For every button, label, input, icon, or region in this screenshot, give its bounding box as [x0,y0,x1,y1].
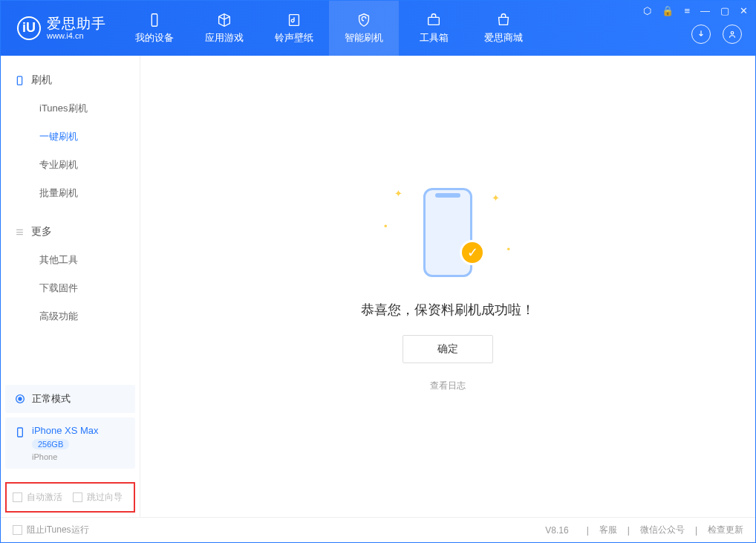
view-log-link[interactable]: 查看日志 [430,380,466,392]
user-button[interactable] [723,25,742,44]
phone-graphic [423,188,472,277]
tab-ringtones[interactable]: 铃声壁纸 [259,1,329,56]
sidebar-item-oneclick[interactable]: 一键刷机 [1,123,140,151]
download-icon [696,29,706,39]
refresh-shield-icon [354,12,374,28]
app-subtitle: www.i4.cn [47,31,106,40]
sidebar-section-flash: 刷机 iTunes刷机 一键刷机 专业刷机 批量刷机 [1,56,140,207]
store-icon [494,12,513,28]
menu-icon[interactable]: ≡ [684,5,690,16]
label-auto-activate: 自动激活 [27,491,62,504]
sidebar-item-pro[interactable]: 专业刷机 [1,151,140,179]
sparkle-icon: ✦ [492,192,500,204]
checkbox-auto-activate[interactable] [13,492,22,502]
shirt-icon[interactable]: ⬡ [643,5,651,16]
top-tabs: 我的设备 应用游戏 铃声壁纸 智能刷机 工具箱 爱思商城 [120,1,538,56]
sidebar-item-batch[interactable]: 批量刷机 [1,179,140,207]
label-skip-guide: 跳过向导 [87,491,123,504]
check-badge-icon: ✓ [460,240,485,265]
svg-rect-0 [151,14,157,27]
success-message: 恭喜您，保资料刷机成功啦！ [361,301,535,319]
sidebar-item-advanced[interactable]: 高级功能 [1,302,140,331]
svg-rect-2 [428,17,440,25]
device-type: iPhone [32,452,99,461]
options-highlight: 自动激活 跳过向导 [5,482,135,513]
app-title: 爱思助手 [47,16,106,32]
sidebar-item-firmware[interactable]: 下载固件 [1,274,140,302]
success-illustration: ✦ • ✦ • ✓ [381,181,515,284]
footer-link-wechat[interactable]: 微信公众号 [640,524,685,536]
sidebar-item-othertools[interactable]: 其他工具 [1,246,140,274]
checkbox-skip-guide[interactable] [73,492,82,502]
cube-icon [215,12,234,28]
device-box[interactable]: iPhone XS Max 256GB iPhone [5,417,135,469]
section-head-more: 更多 [1,221,140,246]
minimize-button[interactable]: — [700,5,710,16]
svg-point-6 [19,397,22,400]
ok-button[interactable]: 确定 [403,335,493,363]
mode-box[interactable]: 正常模式 [5,385,135,413]
svg-rect-4 [17,76,22,84]
logo: iU 爱思助手 www.i4.cn [1,16,120,41]
sidebar: 刷机 iTunes刷机 一键刷机 专业刷机 批量刷机 更多 其他工具 下载固件 … [1,56,140,517]
phone-icon [14,426,26,438]
body: 刷机 iTunes刷机 一键刷机 专业刷机 批量刷机 更多 其他工具 下载固件 … [1,56,755,517]
close-button[interactable]: ✕ [740,5,748,16]
tab-store[interactable]: 爱思商城 [469,1,538,56]
user-icon [727,29,737,39]
mode-icon [14,393,26,405]
sidebar-section-more: 更多 其他工具 下载固件 高级功能 [1,207,140,331]
sparkle-icon: • [384,221,388,232]
svg-rect-7 [18,428,23,437]
toolbox-icon [424,12,443,28]
sparkle-icon: • [506,244,510,255]
device-name: iPhone XS Max [32,425,99,436]
section-head-flash: 刷机 [1,69,140,94]
phone-outline-icon [14,75,25,86]
footer: 阻止iTunes运行 V8.16 | 客服 | 微信公众号 | 检查更新 [1,517,755,542]
device-info: 正常模式 iPhone XS Max 256GB iPhone [1,380,140,478]
logo-icon: iU [17,16,41,40]
window-controls: ⬡ 🔒 ≡ — ▢ ✕ [643,5,748,16]
lock-icon[interactable]: 🔒 [662,5,674,16]
checkbox-block-itunes[interactable] [13,525,22,535]
download-button[interactable] [691,25,711,44]
tab-my-device[interactable]: 我的设备 [120,1,189,56]
footer-link-update[interactable]: 检查更新 [708,524,743,536]
label-block-itunes: 阻止iTunes运行 [27,524,89,536]
music-icon [284,12,304,28]
sidebar-item-itunes[interactable]: iTunes刷机 [1,94,140,123]
footer-link-support[interactable]: 客服 [599,524,617,536]
header: iU 爱思助手 www.i4.cn 我的设备 应用游戏 铃声壁纸 智能刷机 工具… [1,1,755,56]
device-storage: 256GB [32,439,69,449]
maximize-button[interactable]: ▢ [720,5,729,16]
svg-point-3 [731,32,734,35]
main-content: ✦ • ✦ • ✓ 恭喜您，保资料刷机成功啦！ 确定 查看日志 [140,56,755,517]
list-icon [14,227,25,238]
sparkle-icon: ✦ [394,188,403,199]
version-label: V8.16 [545,525,568,536]
tab-toolbox[interactable]: 工具箱 [399,1,469,56]
tab-apps[interactable]: 应用游戏 [189,1,259,56]
device-icon [145,12,164,28]
tab-flash[interactable]: 智能刷机 [329,1,399,56]
header-right [691,25,742,44]
